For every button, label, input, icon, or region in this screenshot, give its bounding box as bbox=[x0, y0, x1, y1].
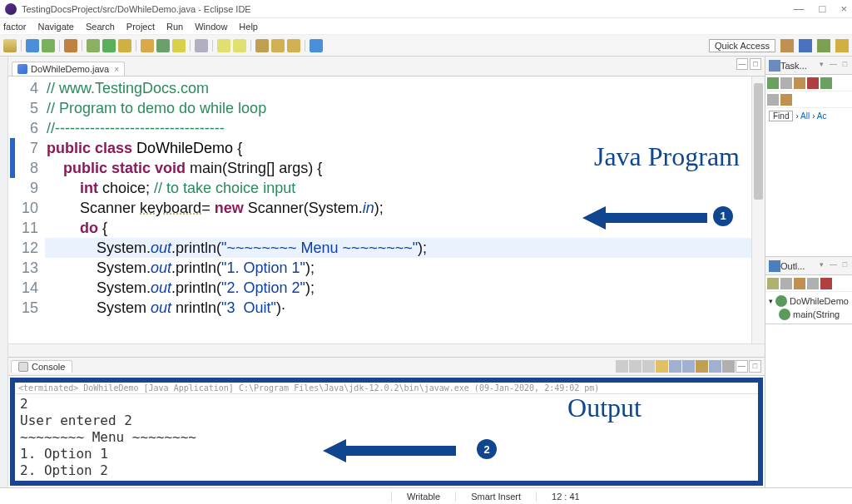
minimize-view-icon[interactable]: — bbox=[736, 58, 748, 70]
collapse-all-icon[interactable] bbox=[767, 94, 779, 106]
minimize-icon[interactable]: — bbox=[828, 60, 839, 71]
minimize-icon[interactable]: — bbox=[828, 260, 839, 271]
separator bbox=[57, 39, 62, 52]
outline-tab[interactable]: Outl... ▾—□ bbox=[765, 257, 852, 275]
tab-close-icon[interactable]: × bbox=[114, 65, 119, 74]
java-perspective-icon[interactable] bbox=[799, 39, 812, 52]
console-output[interactable]: 2 User entered 2 ~~~~~~~~ Menu ~~~~~~~~ … bbox=[15, 394, 758, 481]
hide-nonpublic-icon[interactable] bbox=[807, 278, 819, 289]
maximize-icon[interactable]: □ bbox=[840, 260, 850, 271]
menu-factor[interactable]: factor bbox=[3, 22, 27, 32]
hide-static-icon[interactable] bbox=[794, 278, 805, 289]
all-link[interactable]: All bbox=[800, 111, 810, 121]
categorize-icon[interactable] bbox=[780, 77, 792, 89]
maximize-button[interactable]: □ bbox=[820, 2, 826, 15]
menu-window[interactable]: Window bbox=[195, 22, 227, 32]
forward-icon[interactable] bbox=[287, 39, 300, 52]
separator bbox=[134, 39, 138, 52]
close-button[interactable]: × bbox=[840, 2, 847, 15]
synchonize-icon[interactable] bbox=[807, 77, 819, 89]
pin-icon[interactable] bbox=[310, 39, 323, 52]
scroll-lock-icon[interactable] bbox=[669, 360, 681, 373]
horizontal-scrollbar[interactable] bbox=[8, 343, 765, 357]
window-titlebar: TestingDocsProject/src/DoWhileDemo.java … bbox=[0, 0, 852, 18]
display-console-icon[interactable] bbox=[709, 360, 721, 373]
status-insert-mode: Smart Insert bbox=[455, 492, 536, 502]
console-tab-label: Console bbox=[32, 362, 65, 372]
task-list-tab[interactable]: Task... ▾—□ bbox=[765, 57, 852, 75]
view-menu-icon[interactable]: ▾ bbox=[816, 60, 827, 71]
search-icon[interactable] bbox=[195, 39, 208, 52]
maximize-icon[interactable]: □ bbox=[840, 60, 850, 71]
resource-perspective-icon[interactable] bbox=[835, 39, 849, 52]
code-editor[interactable]: 456789101112131415 // www.TestingDocs.co… bbox=[8, 77, 765, 343]
new-class-icon[interactable] bbox=[156, 39, 170, 52]
window-title: TestingDocsProject/src/DoWhileDemo.java … bbox=[22, 4, 794, 14]
separator bbox=[19, 39, 23, 52]
outline-item-label: main(String bbox=[793, 309, 840, 319]
clear-console-icon[interactable] bbox=[656, 360, 668, 373]
status-writable: Writable bbox=[391, 492, 455, 502]
console-section: Console — □ <terminated> DoWhile bbox=[8, 357, 765, 487]
menu-run[interactable]: Run bbox=[166, 22, 183, 32]
tab-dowhiledemo[interactable]: DoWhileDemo.java × bbox=[12, 62, 125, 76]
debug-icon[interactable] bbox=[87, 39, 100, 52]
menu-project[interactable]: Project bbox=[126, 22, 155, 32]
last-edit-icon[interactable] bbox=[255, 39, 269, 52]
separator bbox=[211, 39, 215, 52]
save-icon[interactable] bbox=[26, 39, 39, 52]
activate-link[interactable]: Ac bbox=[817, 111, 827, 121]
maximize-view-icon[interactable]: □ bbox=[750, 58, 761, 70]
outline-item[interactable]: main(String bbox=[769, 308, 849, 321]
separator bbox=[188, 39, 192, 52]
coverage-icon[interactable] bbox=[118, 39, 131, 52]
pin-console-icon[interactable] bbox=[696, 360, 708, 373]
left-trim bbox=[0, 57, 8, 487]
debug-perspective-icon[interactable] bbox=[817, 39, 830, 52]
toggle-icon[interactable] bbox=[64, 39, 77, 52]
vertical-scrollbar[interactable] bbox=[751, 77, 765, 343]
terminate-all-icon[interactable] bbox=[616, 360, 628, 373]
find-button[interactable]: Find bbox=[769, 111, 793, 121]
tab-console[interactable]: Console bbox=[11, 360, 72, 373]
view-menu-icon[interactable]: ▾ bbox=[816, 260, 827, 271]
filter-icon[interactable] bbox=[780, 94, 792, 106]
maximize-console-icon[interactable]: □ bbox=[749, 360, 761, 373]
open-perspective-icon[interactable] bbox=[780, 39, 794, 52]
menu-search[interactable]: Search bbox=[86, 22, 115, 32]
eclipse-icon bbox=[5, 3, 17, 15]
class-icon bbox=[775, 295, 787, 307]
new-package-icon[interactable] bbox=[141, 39, 154, 52]
new-icon[interactable] bbox=[3, 39, 17, 52]
remove-launch-icon[interactable] bbox=[629, 360, 641, 373]
open-console-icon[interactable] bbox=[722, 360, 735, 373]
back-icon[interactable] bbox=[271, 39, 285, 52]
console-process-line: <terminated> DoWhileDemo [Java Applicati… bbox=[15, 383, 758, 394]
task-toolbar-2 bbox=[765, 91, 852, 108]
menu-bar: factorNavigateSearchProjectRunWindowHelp bbox=[0, 18, 852, 35]
annotation-prev-icon[interactable] bbox=[217, 39, 230, 52]
word-wrap-icon[interactable] bbox=[682, 360, 695, 373]
hide-fields-icon[interactable] bbox=[780, 278, 792, 289]
focus-icon[interactable] bbox=[820, 77, 832, 89]
quick-access[interactable]: Quick Access bbox=[709, 39, 775, 52]
menu-help[interactable]: Help bbox=[239, 22, 258, 32]
run-icon[interactable] bbox=[102, 39, 116, 52]
hide-local-icon[interactable] bbox=[820, 278, 832, 289]
separator bbox=[249, 39, 253, 52]
save-all-icon[interactable] bbox=[42, 39, 55, 52]
menu-navigate[interactable]: Navigate bbox=[38, 22, 74, 32]
open-type-icon[interactable] bbox=[172, 39, 186, 52]
remove-all-icon[interactable] bbox=[642, 360, 655, 373]
outline-item[interactable]: ▾DoWhileDemo bbox=[769, 294, 849, 308]
outline-label: Outl... bbox=[780, 261, 805, 271]
status-bar: Writable Smart Insert 12 : 41 bbox=[0, 487, 852, 504]
new-task-icon[interactable] bbox=[767, 77, 779, 89]
sort-icon[interactable] bbox=[767, 278, 779, 289]
task-list-label: Task... bbox=[780, 61, 807, 71]
console-icon bbox=[18, 362, 28, 372]
minimize-button[interactable]: — bbox=[794, 2, 805, 15]
annotation-next-icon[interactable] bbox=[233, 39, 246, 52]
schedule-icon[interactable] bbox=[794, 77, 805, 89]
minimize-console-icon[interactable]: — bbox=[736, 360, 748, 373]
